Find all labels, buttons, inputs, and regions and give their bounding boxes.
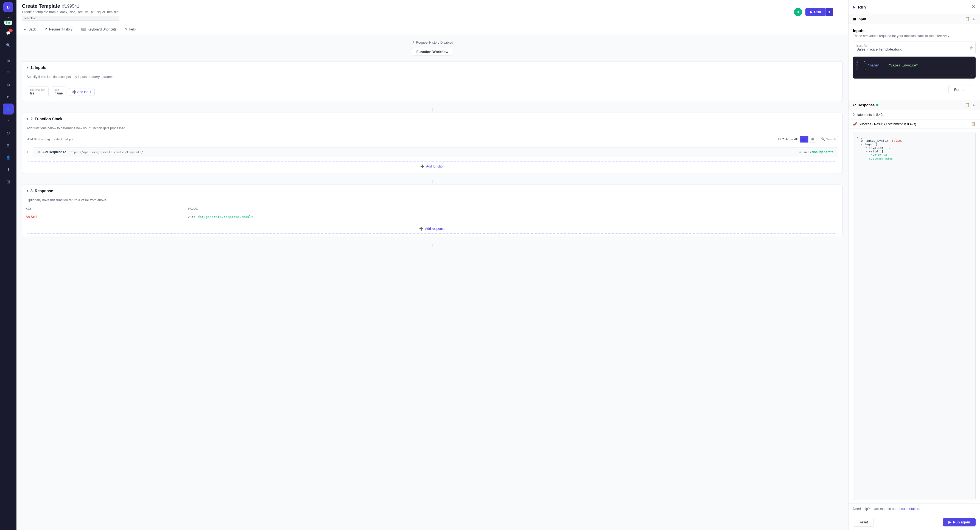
- run-button[interactable]: ▶ Run: [805, 8, 826, 16]
- copy-input-button[interactable]: 📋: [965, 17, 970, 21]
- panel-title-row: ▶ Run: [853, 5, 866, 10]
- sidebar-item-dashboard[interactable]: ⊞: [3, 55, 14, 66]
- more-options-button[interactable]: ···: [837, 8, 843, 16]
- function-stack-title: 2. Function Stack: [30, 117, 62, 121]
- input-icon: ⊞: [853, 17, 856, 21]
- response-panel-actions: 📋 ▲: [965, 103, 975, 107]
- run-play-icon: ▶: [853, 5, 856, 9]
- inputs-chevron[interactable]: ▾: [27, 66, 28, 70]
- run-dropdown-button[interactable]: ▾: [826, 8, 833, 16]
- api-label: API Request To: [42, 150, 67, 154]
- help-icon: ?: [125, 27, 127, 31]
- avatar[interactable]: D: [3, 2, 13, 12]
- function-stack-toolbar: Hold Shift + drag to select multiple ⊟ C…: [22, 134, 842, 145]
- stack-actions: ⊟ Collapse All ☰ ⊞ 🔍 Search: [778, 136, 838, 143]
- clock-icon: ↺: [45, 27, 48, 31]
- sidebar-item-function[interactable]: 👤: [3, 103, 14, 115]
- row-number: 1: [27, 151, 28, 154]
- input-panel-title: ⊞ Input: [853, 17, 866, 21]
- help-text: Need help? Learn more in our documentati…: [848, 503, 980, 514]
- page-title: Create Template #199541: [22, 3, 119, 9]
- expand-code-button[interactable]: ⤢: [971, 73, 974, 77]
- request-history-status: ↺ Request History Disabled: [412, 41, 453, 45]
- help-button[interactable]: ? Help: [124, 26, 137, 32]
- sidebar-item-components[interactable]: ⬡: [3, 128, 14, 138]
- search-icon: 🔍: [6, 43, 10, 47]
- inputs-subtitle: Specify if this function accepts any inp…: [22, 74, 842, 82]
- add-response-button[interactable]: ➕ Add response: [27, 224, 838, 234]
- collapse-all-button[interactable]: ⊟ Collapse All: [778, 137, 797, 141]
- panel-header: ▶ Run ✕: [848, 0, 980, 14]
- api-return-value: docugenerate: [812, 150, 834, 154]
- add-function-button[interactable]: ➕ Add function: [27, 161, 838, 171]
- keyboard-shortcuts-button[interactable]: ⌨ Keyboard Shortcuts: [80, 26, 118, 32]
- search-icon: 🔍: [821, 137, 825, 141]
- response-subtitle: Optionally have this function return a v…: [22, 197, 842, 205]
- run-again-button[interactable]: ▶ Run again: [943, 518, 975, 527]
- sidebar-item-layers[interactable]: ⧉: [3, 80, 14, 90]
- copy-response-button[interactable]: 📋: [965, 103, 970, 107]
- plus-circle-icon: ➕: [420, 164, 425, 168]
- value-header: VALUE: [185, 205, 842, 212]
- response-chevron[interactable]: ▾: [27, 189, 28, 193]
- input-body: Inputs These are values required for you…: [848, 24, 980, 85]
- connector-2: |: [22, 178, 843, 185]
- sidebar-item-user[interactable]: 👤: [3, 152, 14, 163]
- api-request-row[interactable]: ⊕ API Request To https://api.docugenerat…: [33, 147, 838, 157]
- toolbar: ← Back ↺ Request History ⌨ Keyboard Shor…: [16, 24, 848, 35]
- download-icon: ⬇: [7, 167, 10, 172]
- search-box[interactable]: 🔍 Search: [819, 136, 838, 142]
- sidebar-item-comment[interactable]: 💬 1: [3, 27, 14, 38]
- main-content: Create Template #199541 Create a templat…: [16, 0, 848, 530]
- panel-title: Run: [858, 5, 866, 10]
- inputs-body: file resource file text name ➕ Add input: [22, 82, 842, 102]
- response-code: ▾ { enhanced_syntax: false, ▾ tags: { ▾ …: [853, 132, 975, 500]
- panel-close-button[interactable]: ✕: [972, 4, 975, 10]
- function-stack-header: ▾ 2. Function Stack: [22, 113, 842, 125]
- workflow-title-bar: ↺ Request History Disabled Function Work…: [22, 40, 843, 56]
- page-id: #199541: [62, 4, 80, 9]
- format-button[interactable]: Format: [948, 85, 971, 94]
- view-toggle: ☰ ⊞: [800, 136, 816, 143]
- sidebar-item-search[interactable]: 🔍: [3, 40, 14, 51]
- list-view-button[interactable]: ⊞: [808, 136, 816, 143]
- sidebar-item-download[interactable]: ⬇: [3, 164, 14, 175]
- sidebar-item-table[interactable]: ☰: [3, 67, 14, 78]
- format-bar: Format: [848, 85, 980, 100]
- response-stats: 2 statements in 8.42s: [848, 110, 980, 120]
- plus-circle-icon: ➕: [419, 227, 423, 231]
- text-type-label: text: [54, 88, 63, 91]
- sidebar-item-settings[interactable]: ⚙: [3, 140, 14, 151]
- collapse-response-button[interactable]: ▲: [972, 103, 975, 107]
- file-value: Sales Invoice Template.docx: [856, 47, 972, 51]
- bottom-bar: Reset ▶ Run again: [848, 514, 980, 530]
- workflow-area: ↺ Request History Disabled Function Work…: [16, 35, 848, 530]
- response-key: As Self: [22, 212, 185, 222]
- add-input-button[interactable]: ➕ Add input: [68, 88, 95, 96]
- back-button[interactable]: ← Back: [22, 26, 38, 32]
- code-line-1: 1 {: [856, 60, 972, 64]
- text-input-tag[interactable]: text name: [51, 86, 66, 97]
- copy-success-button[interactable]: 📋: [971, 122, 975, 126]
- sidebar-item-history[interactable]: ↺: [3, 91, 14, 102]
- response-section: ▾ 3. Response Optionally have this funct…: [22, 185, 843, 236]
- sidebar-item-code[interactable]: ƒ: [3, 116, 14, 127]
- collapse-input-button[interactable]: ▲: [972, 17, 975, 21]
- sidebar-toggle-icon: ◫: [6, 180, 10, 184]
- back-icon: ←: [24, 27, 27, 31]
- inputs-title: 1. Inputs: [30, 65, 46, 70]
- layers-icon: ⧉: [7, 83, 10, 87]
- request-history-button[interactable]: ↺ Request History: [43, 26, 74, 32]
- collapse-icon: ⊟: [778, 137, 781, 141]
- clock-icon: ↺: [412, 41, 414, 45]
- function-stack-chevron[interactable]: ▾: [27, 117, 28, 121]
- sidebar-item-sidebar[interactable]: ◫: [3, 176, 14, 187]
- documentation-link[interactable]: documentation: [898, 507, 920, 511]
- code-editor[interactable]: 1 { 2 "name" : "Sales Invoice" 3 } ⤢: [853, 57, 975, 78]
- file-input-tag[interactable]: file resource file: [27, 86, 49, 97]
- grid-view-button[interactable]: ☰: [800, 136, 808, 143]
- delete-file-button[interactable]: 🗑: [970, 46, 973, 50]
- run-icon: ▶: [810, 10, 813, 14]
- reset-button[interactable]: Reset: [853, 518, 874, 527]
- response-section-header: ▾ 3. Response: [22, 185, 842, 197]
